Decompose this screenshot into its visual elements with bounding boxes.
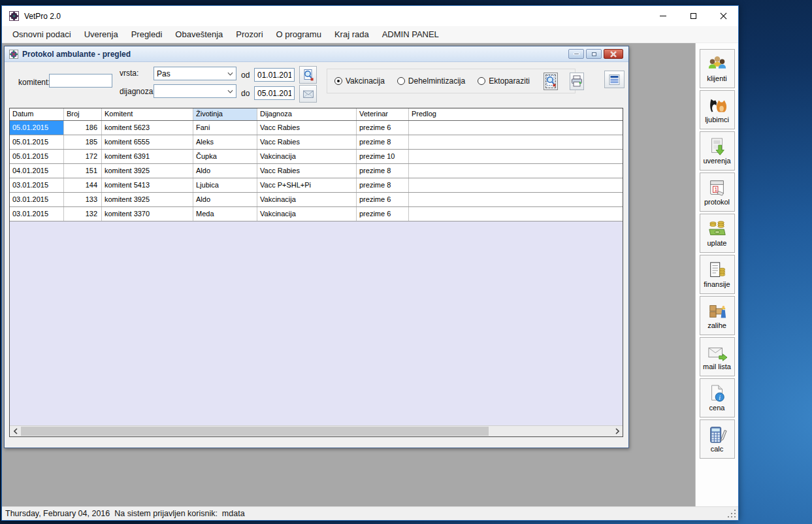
child-restore-button[interactable]: [586, 49, 602, 59]
cell-komitent[interactable]: komitent 6555: [102, 135, 193, 149]
cell-predlog[interactable]: [409, 164, 623, 178]
dijagnoza-dropdown[interactable]: [154, 84, 236, 98]
report-list-button[interactable]: [604, 71, 625, 88]
sidebar-button-uplate[interactable]: uplate: [700, 214, 735, 253]
radio-dehelmintizacija[interactable]: Dehelmintizacija: [397, 76, 465, 86]
column-header-broj[interactable]: Broj: [64, 108, 102, 120]
table-row[interactable]: 05.01.2015 172 komitent 6391 Čupka Vakci…: [10, 150, 623, 164]
cell-datum[interactable]: 05.01.2015: [10, 121, 64, 135]
cell-dijagnoza[interactable]: Vacc Rabies: [257, 121, 357, 135]
cell-dijagnoza[interactable]: Vacc Rabies: [257, 164, 357, 178]
scroll-left-arrow-icon[interactable]: [10, 426, 21, 436]
cell-komitent[interactable]: komitent 3370: [102, 207, 193, 221]
cell-zivotinja[interactable]: Aldo: [193, 164, 257, 178]
cell-komitent[interactable]: komitent 3925: [102, 164, 193, 178]
cell-broj[interactable]: 151: [64, 164, 102, 178]
cell-predlog[interactable]: [409, 135, 623, 149]
maximize-button[interactable]: [678, 6, 708, 26]
vrsta-dropdown[interactable]: Pas: [154, 67, 236, 80]
cell-datum[interactable]: 04.01.2015: [10, 164, 64, 178]
cell-predlog[interactable]: [409, 178, 623, 192]
cell-datum[interactable]: 03.01.2015: [10, 193, 64, 206]
sidebar-button-ljubimci[interactable]: ljubimci: [700, 90, 735, 129]
close-button[interactable]: [708, 6, 738, 26]
cell-predlog[interactable]: [409, 193, 623, 206]
cell-veterinar[interactable]: prezime 6: [357, 193, 409, 206]
cell-dijagnoza[interactable]: Vakcinacija: [257, 207, 357, 221]
cell-veterinar[interactable]: prezime 8: [357, 178, 409, 192]
menu-obavestenja[interactable]: Obaveštenja: [169, 27, 229, 42]
cell-zivotinja[interactable]: Aleks: [193, 135, 257, 149]
column-header-komitent[interactable]: Komitent: [102, 108, 193, 120]
cell-veterinar[interactable]: prezime 10: [357, 150, 409, 163]
menu-uverenja[interactable]: Uverenja: [78, 27, 125, 42]
sidebar-button-finansije[interactable]: finansije: [700, 255, 735, 294]
minimize-button[interactable]: [648, 6, 678, 26]
do-date-input[interactable]: [254, 86, 295, 100]
cell-zivotinja[interactable]: Fani: [193, 121, 257, 135]
cell-komitent[interactable]: komitent 6391: [102, 150, 193, 163]
cell-broj[interactable]: 185: [64, 135, 102, 149]
cell-broj[interactable]: 132: [64, 207, 102, 221]
table-row[interactable]: 03.01.2015 144 komitent 5413 Ljubica Vac…: [10, 178, 623, 193]
menu-osnovni-podaci[interactable]: Osnovni podaci: [6, 27, 78, 42]
cell-dijagnoza[interactable]: Vacc Rabies: [257, 135, 357, 149]
sidebar-button-mail-lista[interactable]: mail lista: [700, 337, 735, 376]
radio-vakcinacija[interactable]: Vakcinacija: [334, 76, 385, 86]
column-header-datum[interactable]: Datum: [10, 108, 64, 120]
column-header-veterinar[interactable]: Veterinar: [357, 108, 409, 120]
cell-dijagnoza[interactable]: Vakcinacija: [257, 193, 357, 206]
cell-broj[interactable]: 133: [64, 193, 102, 206]
menu-prozori[interactable]: Prozori: [229, 27, 269, 42]
cell-dijagnoza[interactable]: Vakcinacija: [257, 150, 357, 163]
komitent-input[interactable]: [49, 74, 112, 88]
cell-broj[interactable]: 172: [64, 150, 102, 163]
table-row[interactable]: 03.01.2015 133 komitent 3925 Aldo Vakcin…: [10, 193, 623, 207]
table-row[interactable]: 05.01.2015 186 komitent 5623 Fani Vacc R…: [10, 121, 623, 135]
titlebar[interactable]: VetPro 2.0: [2, 6, 738, 26]
cell-datum[interactable]: 03.01.2015: [10, 207, 64, 221]
od-date-input[interactable]: [254, 68, 295, 82]
cell-datum[interactable]: 03.01.2015: [10, 178, 64, 192]
cell-predlog[interactable]: [409, 121, 623, 135]
sidebar-button-calc[interactable]: calc: [700, 419, 735, 459]
cell-predlog[interactable]: [409, 207, 623, 221]
cell-veterinar[interactable]: prezime 8: [357, 164, 409, 178]
scrollbar-thumb[interactable]: [21, 427, 489, 436]
sidebar-button-cena[interactable]: i cena: [700, 378, 735, 418]
menu-admin-panel[interactable]: ADMIN PANEL: [376, 27, 446, 42]
scroll-right-arrow-icon[interactable]: [611, 426, 623, 436]
cell-predlog[interactable]: [409, 150, 623, 163]
column-header-predlog[interactable]: Predlog: [409, 108, 623, 120]
cell-zivotinja[interactable]: Aldo: [193, 193, 257, 206]
preview-od-button[interactable]: [299, 66, 317, 84]
cell-zivotinja[interactable]: Meda: [193, 207, 257, 221]
menu-o-programu[interactable]: O programu: [270, 27, 328, 42]
cell-veterinar[interactable]: prezime 8: [357, 135, 409, 149]
cell-zivotinja[interactable]: Ljubica: [193, 178, 257, 192]
sidebar-button-zalihe[interactable]: zalihe: [700, 296, 735, 335]
sidebar-button-klijenti[interactable]: klijenti: [700, 49, 735, 88]
mail-button[interactable]: [299, 85, 317, 103]
cell-broj[interactable]: 144: [64, 178, 102, 192]
table-row[interactable]: 03.01.2015 132 komitent 3370 Meda Vakcin…: [10, 207, 623, 221]
menu-pregledi[interactable]: Pregledi: [125, 27, 169, 42]
cell-komitent[interactable]: komitent 5623: [102, 121, 193, 135]
resize-grip[interactable]: [728, 510, 736, 518]
column-header-dijagnoza[interactable]: Dijagnoza: [257, 108, 357, 120]
cell-datum[interactable]: 05.01.2015: [10, 150, 64, 163]
preview-report-button[interactable]: [544, 73, 558, 90]
cell-veterinar[interactable]: prezime 6: [357, 121, 409, 135]
cell-veterinar[interactable]: prezime 6: [357, 207, 409, 221]
column-header-zivotinja[interactable]: Životinja: [193, 108, 257, 120]
cell-zivotinja[interactable]: Čupka: [193, 150, 257, 163]
cell-dijagnoza[interactable]: Vacc P+SHL+Pi: [257, 178, 357, 192]
table-row[interactable]: 04.01.2015 151 komitent 3925 Aldo Vacc R…: [10, 164, 623, 178]
cell-komitent[interactable]: komitent 5413: [102, 178, 193, 192]
child-minimize-button[interactable]: [568, 49, 584, 59]
cell-komitent[interactable]: komitent 3925: [102, 193, 193, 206]
protokol-titlebar[interactable]: Protokol ambulante - pregled: [5, 46, 628, 62]
print-button[interactable]: [570, 73, 584, 90]
cell-datum[interactable]: 05.01.2015: [10, 135, 64, 149]
sidebar-button-uverenja[interactable]: uverenja: [700, 131, 735, 171]
